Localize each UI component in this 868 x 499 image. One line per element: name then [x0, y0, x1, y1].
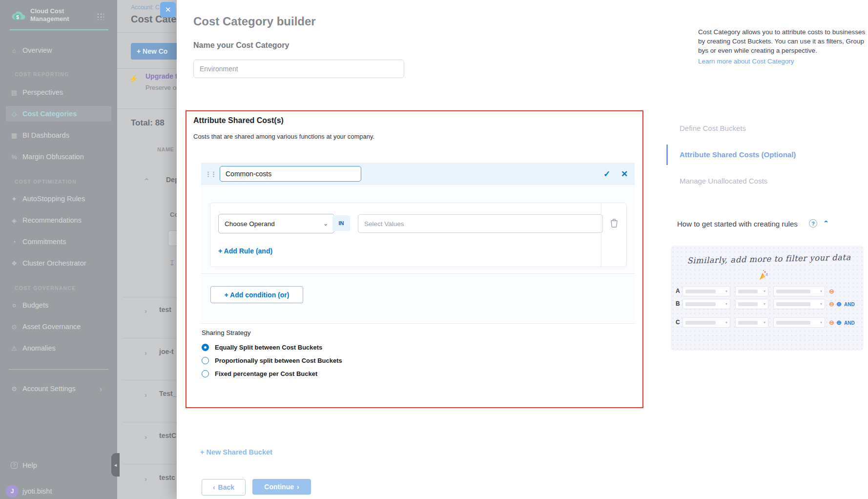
divider — [601, 203, 601, 267]
chevron-right-icon: › — [297, 483, 299, 491]
cost-category-builder-modal: Cost Category builder Name your Cost Cat… — [177, 0, 868, 499]
drag-handle-icon[interactable]: ⋮⋮ — [205, 170, 216, 178]
chevron-up-icon[interactable]: ⌃ — [823, 219, 829, 227]
back-button[interactable]: ‹ Back — [202, 479, 246, 496]
step-define-cost-buckets[interactable]: Define Cost Buckets — [680, 124, 746, 132]
chevron-right-icon[interactable]: › — [145, 349, 147, 357]
divider — [117, 108, 176, 109]
sidebar-item-label: BI Dashboards — [22, 131, 69, 139]
bucket-header-row: ⋮⋮ Common-costs ✓ ✕ — [201, 163, 635, 185]
continue-button[interactable]: Continue › — [252, 479, 311, 495]
chevron-right-icon[interactable]: › — [145, 433, 147, 441]
howto-row-label: B — [676, 300, 680, 307]
sidebar-item-label: Perspectives — [22, 88, 63, 96]
name-section-label: Name your Cost Category — [193, 41, 289, 50]
add-rule-link[interactable]: + Add Rule (and) — [218, 247, 272, 255]
sidebar-item-budgets[interactable]: ¤ Budgets — [6, 297, 111, 313]
sidebar-item-asset-governance[interactable]: ⊙ Asset Governance — [6, 319, 111, 334]
module-grid-icon[interactable] — [97, 13, 104, 20]
and-label: AND — [844, 302, 855, 307]
sidebar: $ Cloud Cost Management ⌂ Overview COST … — [0, 0, 117, 499]
sidebar-item-cost-categories[interactable]: ◇ Cost Categories — [6, 106, 111, 122]
sidebar-item-label: Overview — [22, 46, 52, 54]
table-row[interactable]: joe-t — [159, 348, 174, 355]
select-values-input[interactable]: Select Values — [358, 214, 603, 233]
divider — [117, 68, 176, 69]
values-placeholder: Select Values — [364, 220, 404, 228]
modal-title: Cost Category builder — [193, 15, 316, 28]
sidebar-item-overview[interactable]: ⌂ Overview — [6, 42, 111, 58]
sidebar-item-recommendations[interactable]: ◈ Recommendations — [6, 212, 111, 228]
table-row[interactable]: Depl — [166, 176, 177, 184]
sidebar-item-cluster-orchestrator[interactable]: ❖ Cluster Orchestrator — [6, 255, 111, 271]
table-row[interactable]: Test_ — [159, 390, 177, 397]
user-menu[interactable]: J jyoti.bisht — [6, 483, 111, 499]
sidebar-item-margin-obfuscation[interactable]: % Margin Obfuscation — [6, 149, 111, 165]
table-row[interactable]: test — [159, 306, 171, 313]
operator-in-badge[interactable]: IN — [332, 215, 350, 231]
home-icon: ⌂ — [6, 47, 22, 54]
confirm-check-icon[interactable]: ✓ — [603, 169, 610, 179]
mini-dropdown: ▾ — [773, 286, 825, 296]
chevron-down-icon: ⌄ — [323, 220, 328, 227]
sidebar-item-autostopping-rules[interactable]: ✦ AutoStopping Rules — [6, 191, 111, 207]
chevron-right-icon[interactable]: › — [145, 391, 147, 399]
table-row[interactable]: testc — [159, 474, 175, 481]
bucket-name-input[interactable]: Common-costs — [220, 166, 361, 182]
cost-categories-icon: ◇ — [6, 110, 22, 118]
sidebar-collapse-handle[interactable]: ◂ — [111, 453, 120, 477]
divider — [122, 464, 177, 464]
help-question-icon[interactable]: ? — [809, 219, 817, 228]
step-manage-unallocated-costs[interactable]: Manage Unallocated Costs — [680, 177, 767, 185]
recommendations-icon: ◈ — [6, 217, 22, 224]
modal-close-button[interactable]: ✕ — [160, 2, 176, 18]
new-cost-category-button[interactable]: + New Co — [131, 43, 177, 60]
divider — [117, 32, 176, 33]
active-step-indicator — [666, 145, 668, 165]
learn-more-link[interactable]: Learn more about Cost Category — [698, 58, 794, 65]
divider — [201, 273, 635, 274]
sidebar-item-perspectives[interactable]: ▤ Perspectives — [6, 84, 111, 100]
collapse-arrow-icon: ◂ — [114, 462, 117, 468]
sidebar-item-commitments[interactable]: ◔ Commitments — [6, 234, 111, 250]
perspectives-icon: ▤ — [6, 89, 22, 96]
and-label: AND — [844, 320, 855, 326]
howto-row-label: A — [676, 288, 680, 294]
delete-bucket-x-icon[interactable]: ✕ — [621, 169, 628, 179]
cost-category-info-text: Cost Category allows you to attribute co… — [698, 27, 868, 55]
mini-dropdown: ▾ — [682, 317, 730, 328]
sidebar-item-label: Asset Governance — [22, 323, 81, 331]
cost-category-name-input[interactable]: Environment — [193, 60, 404, 78]
sidebar-divider — [9, 369, 108, 370]
howto-title: How to get started with creating rules — [677, 220, 798, 228]
continue-label: Continue — [264, 483, 294, 491]
upgrade-banner-title: Upgrade to — [145, 72, 177, 80]
radio-label: Equally Split between Cost Buckets — [215, 344, 322, 351]
radio-label: Proportionally split between Cost Bucket… — [215, 357, 342, 364]
back-label: Back — [218, 483, 234, 491]
choose-operand-select[interactable]: Choose Operand ⌄ — [218, 214, 334, 233]
operand-placeholder: Choose Operand — [225, 220, 275, 228]
table-row[interactable]: testC — [159, 432, 176, 439]
drag-cursor-icon: ↧ — [169, 259, 175, 268]
radio-equally-split[interactable] — [202, 344, 209, 351]
new-shared-bucket-link[interactable]: + New Shared Bucket — [200, 448, 272, 456]
mini-dropdown: ▾ — [773, 299, 825, 309]
step-attribute-shared-costs[interactable]: Attribute Shared Costs (Optional) — [680, 150, 796, 159]
howto-hint-text: Similarly, add more to filter your data — [683, 252, 854, 265]
sidebar-item-bi-dashboards[interactable]: ▦ BI Dashboards — [6, 127, 111, 143]
chevron-right-icon[interactable]: › — [145, 307, 147, 315]
trash-icon[interactable] — [610, 218, 619, 228]
sidebar-item-anomalies[interactable]: ⚠ Anomalies — [6, 340, 111, 356]
add-condition-button[interactable]: + Add condition (or) — [210, 286, 303, 303]
sidebar-item-label: Commitments — [22, 238, 66, 246]
sidebar-item-help[interactable]: ? Help — [6, 457, 111, 473]
mini-dropdown: ▾ — [682, 299, 730, 309]
radio-fixed-percentage[interactable] — [202, 370, 209, 377]
help-chat-icon: ? — [6, 462, 22, 468]
sidebar-item-account-settings[interactable]: ⚙ Account Settings › — [6, 381, 111, 396]
chevron-up-icon[interactable]: ⌃ — [144, 177, 150, 186]
background-input[interactable] — [168, 230, 177, 246]
chevron-right-icon[interactable]: › — [145, 475, 147, 483]
radio-proportionally-split[interactable] — [202, 357, 209, 364]
